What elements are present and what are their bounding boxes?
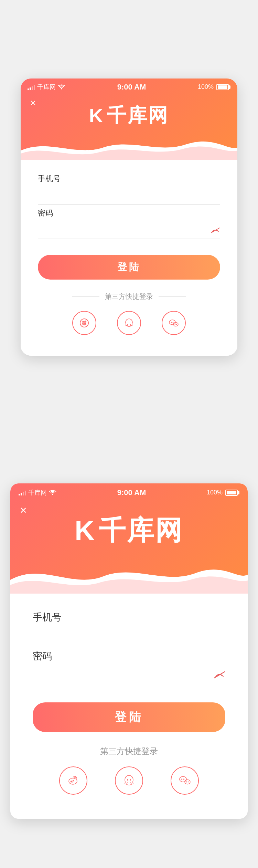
qq-icon-button-2[interactable] xyxy=(115,766,143,795)
signal-bar-2-4 xyxy=(25,491,26,495)
svg-point-13 xyxy=(73,780,74,781)
login-button-1[interactable]: 登陆 xyxy=(38,255,220,280)
screen-2-container: 千库网 9:00 AM 100% xyxy=(0,434,258,868)
close-button-2[interactable]: × xyxy=(20,503,27,517)
svg-point-3 xyxy=(169,320,175,325)
status-left-2: 千库网 xyxy=(19,489,56,497)
time-1: 9:00 AM xyxy=(117,83,146,92)
network-name-1: 千库网 xyxy=(37,83,56,91)
phone-group-1: 手机号 xyxy=(38,174,220,205)
svg-point-17 xyxy=(181,778,183,780)
signal-icon xyxy=(28,84,35,90)
login-button-2[interactable]: 登陆 xyxy=(33,702,225,732)
logo-text-1: 千库网 xyxy=(107,103,169,129)
svg-point-20 xyxy=(186,781,187,782)
password-group-2: 密码 xyxy=(33,650,225,685)
password-wrapper-2 xyxy=(33,667,225,685)
svg-point-4 xyxy=(171,322,172,323)
signal-bar-1 xyxy=(28,88,29,90)
password-input-1[interactable] xyxy=(38,222,220,239)
phone-wrapper-2 xyxy=(33,628,225,646)
logo-icon-1: K xyxy=(89,106,103,125)
battery-percent-2: 100% xyxy=(207,489,223,496)
password-label-2: 密码 xyxy=(33,650,225,663)
password-wrapper-1 xyxy=(38,222,220,239)
third-party-title-2: 第三方快捷登录 xyxy=(33,746,225,757)
third-party-1: 第三方快捷登录 微 xyxy=(38,292,220,342)
divider-left-1 xyxy=(72,296,99,297)
eye-icon-1[interactable] xyxy=(211,226,220,236)
svg-point-14 xyxy=(127,779,128,781)
logo-area-1: K 千库网 xyxy=(21,96,237,132)
third-party-label-1: 第三方快捷登录 xyxy=(105,292,153,301)
header-gradient-2: × K 千库网 xyxy=(10,483,248,594)
divider-right-2 xyxy=(163,751,198,751)
third-party-label-2: 第三方快捷登录 xyxy=(100,746,158,757)
third-party-2: 第三方快捷登录 xyxy=(33,746,225,805)
phone-card-1: 千库网 9:00 AM 100% xyxy=(21,79,237,356)
svg-text:微: 微 xyxy=(82,320,87,326)
password-input-2[interactable] xyxy=(33,667,225,685)
wechat-icon-button-2[interactable] xyxy=(171,766,199,795)
svg-point-0 xyxy=(61,88,62,89)
logo-area-2: K 千库网 xyxy=(10,502,248,556)
wifi-icon xyxy=(58,84,65,90)
signal-bar-2-1 xyxy=(19,494,20,495)
status-right-2: 100% xyxy=(207,489,239,496)
battery-percent-1: 100% xyxy=(198,83,214,91)
social-icons-1: 微 xyxy=(38,311,220,342)
screen-1-container: 千库网 9:00 AM 100% xyxy=(0,0,258,434)
signal-bar-4 xyxy=(34,85,35,90)
signal-icon-2 xyxy=(19,490,26,495)
phone-wrapper-1 xyxy=(38,188,220,205)
password-label-1: 密码 xyxy=(38,208,220,218)
svg-point-21 xyxy=(188,781,189,782)
third-party-title-1: 第三方快捷登录 xyxy=(38,292,220,301)
logo-text-2: 千库网 xyxy=(99,513,183,549)
wave-decoration-1 xyxy=(21,132,237,160)
phone-input-2[interactable] xyxy=(33,628,225,646)
phone-label-2: 手机号 xyxy=(33,611,225,624)
weibo-icon-button-1[interactable]: 微 xyxy=(72,311,96,335)
status-bar-2: 千库网 9:00 AM 100% xyxy=(10,483,248,500)
svg-point-12 xyxy=(71,781,72,782)
battery-icon-2 xyxy=(225,490,239,496)
svg-point-8 xyxy=(176,324,177,324)
password-group-1: 密码 xyxy=(38,208,220,239)
svg-point-15 xyxy=(130,779,131,781)
signal-bar-2-2 xyxy=(21,493,22,495)
status-right-1: 100% xyxy=(198,83,230,91)
form-area-1: 手机号 密码 登陆 xyxy=(21,160,237,356)
social-icons-2 xyxy=(33,766,225,805)
phone-input-1[interactable] xyxy=(38,188,220,205)
wifi-icon-2 xyxy=(49,490,56,495)
qq-icon-button-1[interactable] xyxy=(117,311,141,335)
weibo-icon-button-2[interactable] xyxy=(59,766,87,795)
svg-point-7 xyxy=(175,324,175,324)
time-2: 9:00 AM xyxy=(117,488,146,497)
phone-card-2: 千库网 9:00 AM 100% xyxy=(10,483,248,819)
signal-bar-3 xyxy=(32,86,33,90)
wave-decoration-2 xyxy=(10,556,248,594)
signal-bar-2 xyxy=(30,87,31,90)
phone-group-2: 手机号 xyxy=(33,611,225,646)
battery-icon-1 xyxy=(216,84,230,90)
svg-point-16 xyxy=(180,776,186,782)
svg-point-19 xyxy=(185,780,190,784)
svg-point-9 xyxy=(52,494,53,495)
wechat-icon-button-1[interactable] xyxy=(162,311,186,335)
svg-point-5 xyxy=(173,322,174,323)
phone-label-1: 手机号 xyxy=(38,174,220,184)
eye-icon-2[interactable] xyxy=(214,671,225,681)
signal-bar-2-3 xyxy=(23,492,24,495)
divider-right-1 xyxy=(159,296,186,297)
status-bar-1: 千库网 9:00 AM 100% xyxy=(21,79,237,94)
svg-point-18 xyxy=(183,778,185,780)
form-area-2: 手机号 密码 登陆 xyxy=(10,594,248,819)
status-left-1: 千库网 xyxy=(28,83,65,91)
close-button-1[interactable]: × xyxy=(30,97,36,108)
network-name-2: 千库网 xyxy=(28,489,47,497)
logo-icon-2: K xyxy=(75,517,95,544)
divider-left-2 xyxy=(60,751,95,751)
